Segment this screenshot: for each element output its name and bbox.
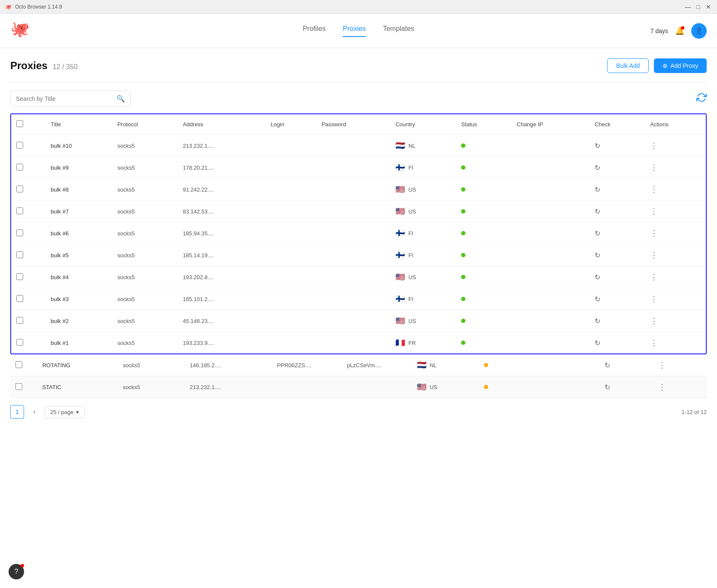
actions-menu-button[interactable]: ⋮ [650, 294, 658, 304]
notifications-button[interactable]: 🔔 [675, 26, 684, 36]
check-button[interactable]: ↻ [595, 317, 600, 325]
row-password [316, 288, 390, 310]
add-proxy-icon: ⊕ [662, 62, 668, 69]
actions-menu-button[interactable]: ⋮ [658, 360, 666, 370]
row-check: ↻ [589, 179, 645, 201]
row-actions: ⋮ [653, 376, 707, 398]
check-button[interactable]: ↻ [595, 295, 600, 303]
row-checkbox[interactable] [15, 361, 22, 368]
row-country: 🇫🇮FI [390, 244, 456, 266]
table-row: bulk #4 socks5 193.202.8.... 🇺🇸US ↻ ⋮ [11, 266, 706, 288]
row-changeip [512, 222, 590, 244]
row-title: bulk #6 [46, 222, 112, 244]
col-header-login: Login [265, 114, 316, 135]
check-button[interactable]: ↻ [595, 251, 600, 259]
pagination: 1 › 25 / page ▾ 1-12 of 12 [10, 398, 707, 426]
row-protocol: socks5 [112, 222, 177, 244]
actions-menu-button[interactable]: ⋮ [650, 338, 658, 347]
user-avatar-button[interactable]: 👤 [691, 23, 707, 39]
actions-menu-button[interactable]: ⋮ [658, 382, 666, 392]
row-actions: ⋮ [645, 179, 706, 201]
row-status [456, 179, 511, 201]
table-row: bulk #8 socks5 91.242.22.... 🇺🇸US ↻ ⋮ [11, 179, 706, 201]
minimize-button[interactable]: — [684, 3, 691, 10]
divider [10, 82, 707, 82]
row-checkbox-cell [11, 201, 46, 222]
row-checkbox[interactable] [16, 317, 23, 324]
row-checkbox[interactable] [16, 164, 23, 171]
check-button[interactable]: ↻ [595, 164, 600, 172]
row-protocol: socks5 [112, 244, 177, 266]
row-changeip [532, 354, 599, 376]
row-checkbox[interactable] [16, 251, 23, 258]
row-checkbox[interactable] [16, 142, 23, 149]
refresh-button[interactable] [696, 92, 707, 105]
page-count: 12 / 350 [53, 63, 78, 71]
nav-profiles[interactable]: Profiles [303, 25, 325, 37]
row-country: 🇺🇸US [390, 310, 456, 332]
check-button[interactable]: ↻ [595, 207, 600, 216]
nav-templates[interactable]: Templates [383, 25, 414, 37]
actions-menu-button[interactable]: ⋮ [650, 163, 658, 172]
actions-menu-button[interactable]: ⋮ [650, 207, 658, 216]
row-checkbox[interactable] [16, 273, 23, 280]
row-address: 193.233.9.... [178, 332, 266, 354]
row-protocol: socks5 [118, 354, 185, 376]
check-button[interactable]: ↻ [595, 339, 600, 347]
maximize-button[interactable]: □ [695, 3, 702, 10]
row-password [316, 332, 390, 354]
close-button[interactable]: ✕ [705, 3, 712, 10]
check-button[interactable]: ↻ [595, 142, 600, 150]
days-badge: 7 days [650, 27, 668, 34]
row-status [456, 244, 511, 266]
row-country: 🇺🇸US [390, 266, 456, 288]
check-button[interactable]: ↻ [595, 229, 600, 238]
row-address: 193.202.8.... [178, 266, 266, 288]
check-button[interactable]: ↻ [605, 383, 610, 391]
per-page-selector[interactable]: 25 / page ▾ [45, 406, 85, 418]
row-status [456, 157, 511, 179]
actions-menu-button[interactable]: ⋮ [650, 141, 658, 150]
add-proxy-button[interactable]: ⊕ Add Proxy [654, 58, 707, 73]
check-button[interactable]: ↻ [595, 186, 600, 194]
logo-icon: 🐙 [10, 20, 30, 38]
select-all-checkbox[interactable] [16, 120, 23, 127]
outer-table-row: ROTATING socks5 146.185.2.... PPR06ZZS..… [10, 354, 707, 376]
actions-menu-button[interactable]: ⋮ [650, 250, 658, 260]
row-actions: ⋮ [645, 244, 706, 266]
row-changeip [512, 244, 590, 266]
row-checkbox[interactable] [16, 339, 23, 346]
table-body: bulk #10 socks5 213.232.1.... 🇳🇱NL ↻ ⋮ b… [11, 135, 706, 354]
check-button[interactable]: ↻ [595, 273, 600, 281]
row-checkbox[interactable] [16, 229, 23, 236]
row-title: STATIC [37, 376, 117, 398]
check-button[interactable]: ↻ [605, 361, 610, 369]
row-actions: ⋮ [645, 288, 706, 310]
row-checkbox[interactable] [15, 383, 22, 390]
row-check: ↻ [589, 266, 645, 288]
row-protocol: socks5 [112, 157, 177, 179]
col-header-check: Check [589, 114, 645, 135]
row-address: 45.148.23.... [178, 310, 266, 332]
row-country: 🇺🇸US [390, 179, 456, 201]
actions-menu-button[interactable]: ⋮ [650, 185, 658, 194]
next-page-button[interactable]: › [27, 405, 41, 419]
page-1-button[interactable]: 1 [10, 405, 24, 419]
actions-menu-button[interactable]: ⋮ [650, 316, 658, 326]
row-checkbox[interactable] [16, 186, 23, 192]
row-checkbox-cell [11, 244, 46, 266]
bulk-add-button[interactable]: Bulk Add [607, 58, 649, 73]
search-input[interactable] [16, 95, 116, 102]
header: 🐙 Profiles Proxies Templates 7 days 🔔 👤 [0, 14, 717, 48]
row-country: 🇳🇱NL [390, 135, 456, 157]
row-checkbox[interactable] [16, 295, 23, 302]
search-icon: 🔍 [116, 94, 125, 103]
row-password [316, 179, 390, 201]
row-check: ↻ [589, 222, 645, 244]
nav-proxies[interactable]: Proxies [343, 25, 366, 37]
actions-menu-button[interactable]: ⋮ [650, 228, 658, 238]
outer-table-row: STATIC socks5 213.232.1.... 🇺🇸US ↻ ⋮ [10, 376, 707, 398]
actions-menu-button[interactable]: ⋮ [650, 272, 658, 282]
row-checkbox[interactable] [16, 207, 23, 214]
row-address: 213.232.1.... [185, 376, 272, 398]
